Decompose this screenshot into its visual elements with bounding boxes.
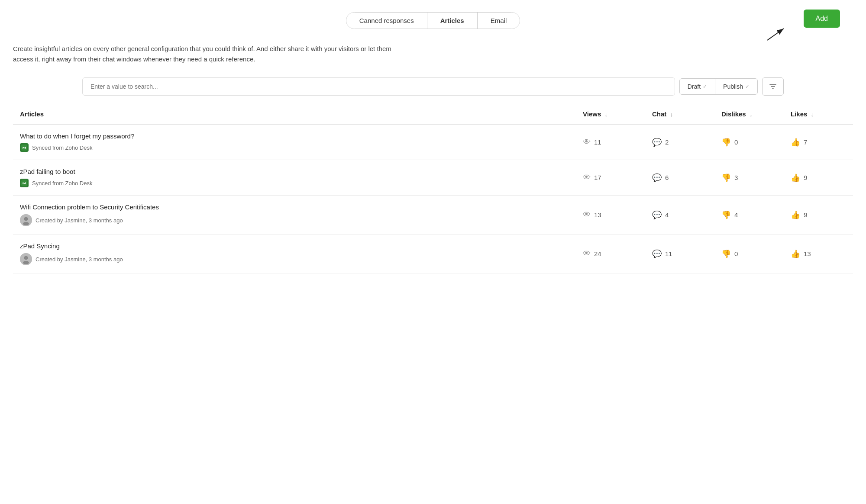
funnel-icon: [769, 82, 777, 91]
page-wrapper: Canned responses Articles Email Add Crea…: [0, 0, 866, 504]
search-filter-bar: Draft ✓ Publish ✓: [82, 77, 784, 96]
dislikes-value: 0: [734, 250, 738, 257]
tab-canned-responses[interactable]: Canned responses: [346, 13, 427, 29]
like-icon: 👍: [791, 210, 800, 220]
article-meta-text: Created by Jasmine, 3 months ago: [36, 256, 123, 263]
article-meta-text: Synced from Zoho Desk: [32, 144, 92, 151]
svg-rect-2: [21, 144, 27, 151]
filter-btn-group: Draft ✓ Publish ✓: [679, 78, 758, 95]
like-icon: 👍: [791, 173, 800, 183]
chat-icon: 💬: [652, 138, 662, 147]
svg-rect-3: [21, 180, 27, 186]
articles-table: Articles Views ↓ Chat ↓ Dislikes ↓ Likes…: [13, 104, 853, 273]
avatar: [20, 214, 32, 226]
chat-cell: 💬2: [645, 124, 714, 160]
chat-value: 4: [665, 211, 669, 218]
chat-icon: 💬: [652, 210, 662, 220]
eye-icon: 👁: [583, 173, 591, 182]
views-cell: 👁11: [576, 124, 645, 160]
article-cell: What to do when I forget my password?Syn…: [13, 124, 576, 160]
draft-filter-label: Draft: [688, 83, 701, 90]
article-meta-text: Synced from Zoho Desk: [32, 180, 92, 186]
likes-cell: 👍7: [784, 124, 853, 160]
publish-filter-button[interactable]: Publish ✓: [715, 79, 757, 94]
article-title[interactable]: zPad Syncing: [20, 242, 569, 250]
chat-cell: 💬4: [645, 196, 714, 234]
likes-cell: 👍9: [784, 196, 853, 234]
article-meta: Created by Jasmine, 3 months ago: [20, 214, 569, 226]
views-cell: 👁17: [576, 160, 645, 196]
col-header-likes: Likes ↓: [784, 104, 853, 124]
draft-filter-button[interactable]: Draft ✓: [680, 79, 715, 94]
eye-icon: 👁: [583, 210, 591, 219]
like-icon: 👍: [791, 249, 800, 259]
table-row: What to do when I forget my password?Syn…: [13, 124, 853, 160]
likes-cell: 👍9: [784, 160, 853, 196]
table-row: zPad failing to bootSynced from Zoho Des…: [13, 160, 853, 196]
views-value: 11: [594, 138, 601, 146]
likes-cell: 👍13: [784, 234, 853, 273]
views-value: 24: [594, 250, 601, 257]
article-meta: Synced from Zoho Desk: [20, 179, 569, 187]
article-meta-text: Created by Jasmine, 3 months ago: [36, 217, 123, 224]
tab-articles[interactable]: Articles: [427, 13, 478, 29]
table-row: zPad SyncingCreated by Jasmine, 3 months…: [13, 234, 853, 273]
dislikes-cell: 👎0: [714, 124, 784, 160]
add-button[interactable]: Add: [804, 10, 840, 28]
col-header-articles: Articles: [13, 104, 576, 124]
dislike-icon: 👎: [721, 210, 731, 220]
chat-icon: 💬: [652, 249, 662, 259]
svg-point-9: [23, 261, 29, 264]
views-sort-icon[interactable]: ↓: [604, 111, 607, 118]
table-row: Wifi Connection problem to Security Ceri…: [13, 196, 853, 234]
views-value: 17: [594, 174, 601, 181]
zoho-desk-icon: [20, 179, 29, 187]
article-title[interactable]: What to do when I forget my password?: [20, 132, 569, 140]
search-input[interactable]: [82, 77, 675, 96]
likes-value: 9: [804, 211, 807, 218]
article-title[interactable]: Wifi Connection problem to Security Ceri…: [20, 203, 569, 211]
dislike-icon: 👎: [721, 138, 731, 147]
dislikes-value: 0: [734, 138, 738, 146]
publish-check-icon: ✓: [745, 83, 750, 90]
tab-group: Canned responses Articles Email: [346, 12, 520, 29]
chat-sort-icon[interactable]: ↓: [670, 111, 673, 118]
dislikes-sort-icon[interactable]: ↓: [750, 111, 753, 118]
article-cell: zPad SyncingCreated by Jasmine, 3 months…: [13, 234, 576, 273]
article-meta: Created by Jasmine, 3 months ago: [20, 253, 569, 265]
table-header-row: Articles Views ↓ Chat ↓ Dislikes ↓ Likes…: [13, 104, 853, 124]
arrow-annotation: [763, 25, 789, 44]
article-cell: zPad failing to bootSynced from Zoho Des…: [13, 160, 576, 196]
article-meta: Synced from Zoho Desk: [20, 143, 569, 152]
dislikes-value: 4: [734, 211, 738, 218]
dislike-icon: 👎: [721, 173, 731, 183]
views-value: 13: [594, 211, 601, 218]
top-nav: Canned responses Articles Email Add: [13, 0, 853, 38]
likes-value: 9: [804, 174, 807, 181]
tab-email[interactable]: Email: [478, 13, 520, 29]
filter-icon-button[interactable]: [762, 77, 784, 96]
svg-point-5: [24, 217, 28, 221]
svg-line-1: [767, 29, 784, 40]
svg-point-6: [23, 222, 29, 225]
chat-value: 6: [665, 174, 669, 181]
likes-sort-icon[interactable]: ↓: [811, 111, 814, 118]
col-header-dislikes: Dislikes ↓: [714, 104, 784, 124]
likes-value: 7: [804, 138, 807, 146]
article-title[interactable]: zPad failing to boot: [20, 168, 569, 175]
col-header-views: Views ↓: [576, 104, 645, 124]
chat-icon: 💬: [652, 173, 662, 183]
svg-point-8: [24, 256, 28, 260]
col-header-chat: Chat ↓: [645, 104, 714, 124]
page-description: Create insightful articles on every othe…: [13, 38, 403, 73]
eye-icon: 👁: [583, 249, 591, 258]
chat-value: 2: [665, 138, 669, 146]
avatar: [20, 253, 32, 265]
eye-icon: 👁: [583, 138, 591, 147]
chat-cell: 💬6: [645, 160, 714, 196]
publish-filter-label: Publish: [723, 83, 743, 90]
chat-value: 11: [665, 250, 672, 257]
views-cell: 👁24: [576, 234, 645, 273]
dislikes-cell: 👎0: [714, 234, 784, 273]
draft-check-icon: ✓: [703, 83, 707, 90]
